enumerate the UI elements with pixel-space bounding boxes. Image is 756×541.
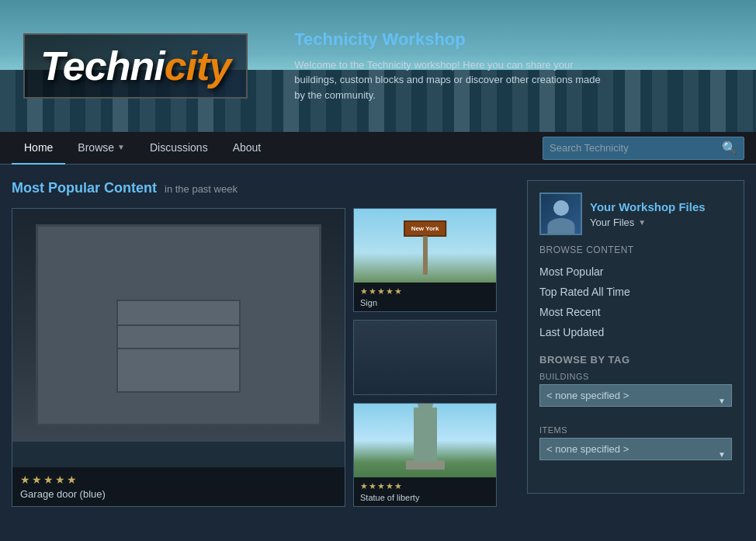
nav-browse[interactable]: Browse ▼ [65, 132, 137, 165]
item-stars: ★★★★★ [20, 473, 337, 486]
logo-area: Technicity [0, 18, 271, 114]
nav-browse-label: Browse [78, 141, 114, 154]
search-box: 🔍 [543, 137, 744, 160]
navbar: Home Browse ▼ Discussions About 🔍 [0, 132, 756, 165]
logo-box: Technicity [23, 33, 248, 99]
statue-scene [354, 404, 496, 477]
item-stars-statue: ★★★★★ [360, 481, 490, 491]
nav-home[interactable]: Home [12, 132, 65, 165]
browse-by-tag-section: Browse By Tag BUILDINGS < none specified… [539, 354, 732, 470]
statue-figure [414, 407, 437, 462]
list-item[interactable]: New York ★★★★★ Sign [353, 208, 497, 312]
item-info-small: ★★★★★ Sign [354, 283, 496, 311]
section-title: Most Popular Content [12, 180, 157, 196]
logo-text: Technicity [40, 43, 231, 88]
main-content: Most Popular Content in the past week ★★… [0, 165, 756, 541]
list-item[interactable]: ★★★★★ Statue of liberty [353, 403, 497, 507]
item-name-small: Sign [360, 298, 490, 307]
browse-dropdown-arrow: ▼ [117, 143, 125, 151]
item-name: Garage door (blue) [20, 488, 337, 500]
your-files-arrow: ▼ [638, 218, 646, 227]
workshop-card-header: Your Workshop Files Your Files ▼ [539, 192, 732, 235]
buildings-select[interactable]: < none specified > Residential Commercia… [539, 384, 732, 407]
banner-info: Technicity Workshop Welcome to the Techn… [271, 14, 756, 119]
workshop-card-info: Your Workshop Files Your Files ▼ [590, 200, 706, 228]
nav-about[interactable]: About [220, 132, 274, 165]
sign-board: New York [404, 220, 447, 237]
items-select-wrapper: < none specified > Props Vehicles Nature [539, 438, 732, 470]
your-files-label: Your Files [590, 217, 634, 228]
sidebar: Your Workshop Files Your Files ▼ Browse … [527, 180, 744, 525]
browse-content-section: Browse Content Most Popular Top Rated Al… [539, 244, 732, 342]
item-thumbnail-statue [354, 404, 496, 477]
section-subtitle: in the past week [165, 183, 238, 195]
nav-home-label: Home [24, 141, 53, 154]
list-item[interactable] [353, 320, 497, 395]
sidebar-link-most-recent[interactable]: Most Recent [539, 302, 732, 322]
sidebar-link-top-rated[interactable]: Top Rated All Time [539, 282, 732, 302]
garage-wall [36, 224, 321, 426]
items-grid: ★★★★★ Garage door (blue) New York ★★★★★ [12, 208, 515, 507]
sign-post [423, 236, 428, 275]
nav-about-label: About [233, 141, 262, 154]
workshop-title: Technicity Workshop [294, 29, 733, 50]
garage-door [116, 300, 241, 393]
empty-scene [354, 321, 496, 394]
items-column: New York ★★★★★ Sign [353, 208, 497, 507]
banner: Technicity Technicity Workshop Welcome t… [0, 0, 756, 132]
nav-discussions[interactable]: Discussions [137, 132, 220, 165]
sidebar-link-last-updated[interactable]: Last Updated [539, 322, 732, 342]
section-header: Most Popular Content in the past week [12, 180, 515, 196]
browse-content-label: Browse Content [539, 244, 732, 255]
item-info: ★★★★★ Garage door (blue) [12, 467, 345, 506]
search-icon[interactable]: 🔍 [722, 140, 737, 155]
buildings-label: BUILDINGS [539, 372, 732, 381]
logo-text-part2: city [165, 43, 231, 88]
workshop-description: Welcome to the Technicity workshop! Here… [294, 57, 605, 103]
content-area: Most Popular Content in the past week ★★… [12, 180, 515, 525]
sidebar-link-most-popular[interactable]: Most Popular [539, 262, 732, 282]
item-thumbnail-large [12, 209, 345, 442]
item-info-statue: ★★★★★ Statue of liberty [354, 477, 496, 506]
items-select[interactable]: < none specified > Props Vehicles Nature [539, 438, 732, 460]
browse-by-tag-title: Browse By Tag [539, 354, 732, 366]
search-input[interactable] [550, 142, 719, 154]
item-thumbnail-empty [354, 321, 496, 394]
your-files-button[interactable]: Your Files ▼ [590, 217, 706, 228]
item-thumbnail-small: New York [354, 209, 496, 283]
item-stars-small: ★★★★★ [360, 286, 490, 297]
garage-scene [12, 209, 345, 442]
sign-scene: New York [354, 209, 496, 283]
buildings-select-wrapper: < none specified > Residential Commercia… [539, 384, 732, 416]
list-item[interactable]: ★★★★★ Garage door (blue) [12, 208, 345, 507]
nav-discussions-label: Discussions [150, 141, 208, 154]
workshop-card: Your Workshop Files Your Files ▼ Browse … [527, 180, 744, 494]
workshop-card-title: Your Workshop Files [590, 200, 706, 213]
avatar [539, 192, 582, 235]
item-name-statue: Statue of liberty [360, 493, 490, 502]
items-label: ITEMS [539, 425, 732, 435]
logo-text-part1: Techni [40, 43, 165, 88]
